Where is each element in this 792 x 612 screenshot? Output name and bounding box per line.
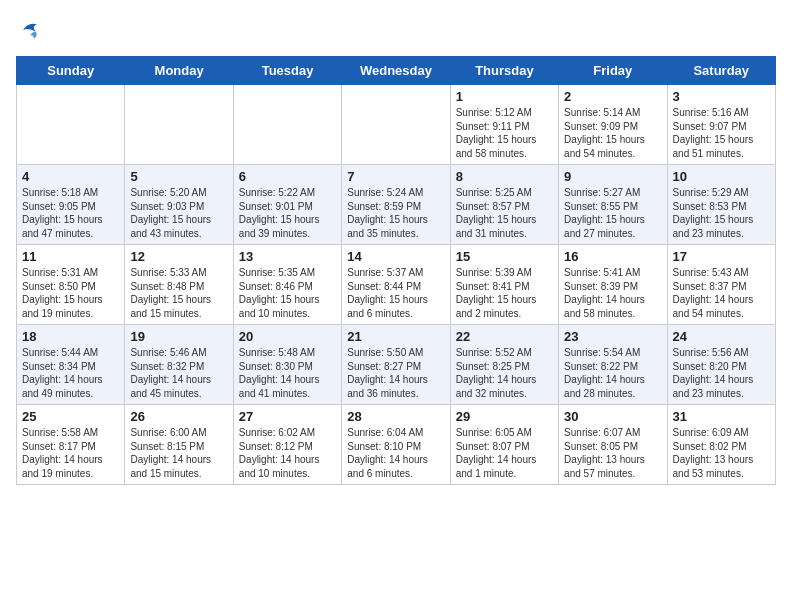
day-info: Sunrise: 5:31 AMSunset: 8:50 PMDaylight:… [22, 266, 119, 320]
calendar-cell: 22Sunrise: 5:52 AMSunset: 8:25 PMDayligh… [450, 325, 558, 405]
calendar-cell: 10Sunrise: 5:29 AMSunset: 8:53 PMDayligh… [667, 165, 775, 245]
day-number: 17 [673, 249, 770, 264]
day-number: 18 [22, 329, 119, 344]
calendar-cell: 1Sunrise: 5:12 AMSunset: 9:11 PMDaylight… [450, 85, 558, 165]
calendar-cell: 14Sunrise: 5:37 AMSunset: 8:44 PMDayligh… [342, 245, 450, 325]
day-number: 26 [130, 409, 227, 424]
column-header-friday: Friday [559, 57, 667, 85]
day-info: Sunrise: 5:56 AMSunset: 8:20 PMDaylight:… [673, 346, 770, 400]
day-info: Sunrise: 5:12 AMSunset: 9:11 PMDaylight:… [456, 106, 553, 160]
day-number: 19 [130, 329, 227, 344]
calendar-cell: 15Sunrise: 5:39 AMSunset: 8:41 PMDayligh… [450, 245, 558, 325]
day-number: 20 [239, 329, 336, 344]
calendar-cell: 20Sunrise: 5:48 AMSunset: 8:30 PMDayligh… [233, 325, 341, 405]
calendar-cell: 25Sunrise: 5:58 AMSunset: 8:17 PMDayligh… [17, 405, 125, 485]
column-header-wednesday: Wednesday [342, 57, 450, 85]
day-number: 4 [22, 169, 119, 184]
calendar-cell: 19Sunrise: 5:46 AMSunset: 8:32 PMDayligh… [125, 325, 233, 405]
day-number: 27 [239, 409, 336, 424]
calendar-cell: 27Sunrise: 6:02 AMSunset: 8:12 PMDayligh… [233, 405, 341, 485]
day-info: Sunrise: 5:35 AMSunset: 8:46 PMDaylight:… [239, 266, 336, 320]
calendar-cell: 16Sunrise: 5:41 AMSunset: 8:39 PMDayligh… [559, 245, 667, 325]
day-info: Sunrise: 5:48 AMSunset: 8:30 PMDaylight:… [239, 346, 336, 400]
day-info: Sunrise: 6:05 AMSunset: 8:07 PMDaylight:… [456, 426, 553, 480]
day-info: Sunrise: 5:24 AMSunset: 8:59 PMDaylight:… [347, 186, 444, 240]
day-number: 1 [456, 89, 553, 104]
day-number: 2 [564, 89, 661, 104]
day-number: 8 [456, 169, 553, 184]
calendar-table: SundayMondayTuesdayWednesdayThursdayFrid… [16, 56, 776, 485]
day-number: 16 [564, 249, 661, 264]
calendar-cell: 18Sunrise: 5:44 AMSunset: 8:34 PMDayligh… [17, 325, 125, 405]
logo-icon [16, 16, 44, 44]
day-number: 30 [564, 409, 661, 424]
calendar-cell: 30Sunrise: 6:07 AMSunset: 8:05 PMDayligh… [559, 405, 667, 485]
calendar-cell: 23Sunrise: 5:54 AMSunset: 8:22 PMDayligh… [559, 325, 667, 405]
day-number: 5 [130, 169, 227, 184]
day-number: 15 [456, 249, 553, 264]
day-info: Sunrise: 5:18 AMSunset: 9:05 PMDaylight:… [22, 186, 119, 240]
calendar-cell: 8Sunrise: 5:25 AMSunset: 8:57 PMDaylight… [450, 165, 558, 245]
calendar-cell: 5Sunrise: 5:20 AMSunset: 9:03 PMDaylight… [125, 165, 233, 245]
column-header-monday: Monday [125, 57, 233, 85]
calendar-cell: 17Sunrise: 5:43 AMSunset: 8:37 PMDayligh… [667, 245, 775, 325]
column-header-tuesday: Tuesday [233, 57, 341, 85]
calendar-cell: 9Sunrise: 5:27 AMSunset: 8:55 PMDaylight… [559, 165, 667, 245]
calendar-cell: 2Sunrise: 5:14 AMSunset: 9:09 PMDaylight… [559, 85, 667, 165]
day-number: 11 [22, 249, 119, 264]
logo [16, 16, 48, 44]
day-info: Sunrise: 5:25 AMSunset: 8:57 PMDaylight:… [456, 186, 553, 240]
calendar-cell: 4Sunrise: 5:18 AMSunset: 9:05 PMDaylight… [17, 165, 125, 245]
day-info: Sunrise: 5:58 AMSunset: 8:17 PMDaylight:… [22, 426, 119, 480]
calendar-cell: 24Sunrise: 5:56 AMSunset: 8:20 PMDayligh… [667, 325, 775, 405]
day-number: 12 [130, 249, 227, 264]
day-info: Sunrise: 5:37 AMSunset: 8:44 PMDaylight:… [347, 266, 444, 320]
calendar-cell [233, 85, 341, 165]
day-number: 21 [347, 329, 444, 344]
day-number: 25 [22, 409, 119, 424]
calendar-cell: 28Sunrise: 6:04 AMSunset: 8:10 PMDayligh… [342, 405, 450, 485]
day-info: Sunrise: 5:14 AMSunset: 9:09 PMDaylight:… [564, 106, 661, 160]
day-info: Sunrise: 5:46 AMSunset: 8:32 PMDaylight:… [130, 346, 227, 400]
day-number: 6 [239, 169, 336, 184]
day-number: 28 [347, 409, 444, 424]
calendar-cell: 6Sunrise: 5:22 AMSunset: 9:01 PMDaylight… [233, 165, 341, 245]
day-info: Sunrise: 6:09 AMSunset: 8:02 PMDaylight:… [673, 426, 770, 480]
day-info: Sunrise: 5:50 AMSunset: 8:27 PMDaylight:… [347, 346, 444, 400]
calendar-cell: 3Sunrise: 5:16 AMSunset: 9:07 PMDaylight… [667, 85, 775, 165]
day-number: 29 [456, 409, 553, 424]
day-info: Sunrise: 5:54 AMSunset: 8:22 PMDaylight:… [564, 346, 661, 400]
column-header-saturday: Saturday [667, 57, 775, 85]
day-number: 9 [564, 169, 661, 184]
day-info: Sunrise: 6:04 AMSunset: 8:10 PMDaylight:… [347, 426, 444, 480]
day-number: 7 [347, 169, 444, 184]
calendar-cell: 21Sunrise: 5:50 AMSunset: 8:27 PMDayligh… [342, 325, 450, 405]
day-number: 13 [239, 249, 336, 264]
day-info: Sunrise: 5:33 AMSunset: 8:48 PMDaylight:… [130, 266, 227, 320]
day-info: Sunrise: 5:52 AMSunset: 8:25 PMDaylight:… [456, 346, 553, 400]
day-info: Sunrise: 6:00 AMSunset: 8:15 PMDaylight:… [130, 426, 227, 480]
day-info: Sunrise: 5:20 AMSunset: 9:03 PMDaylight:… [130, 186, 227, 240]
day-info: Sunrise: 5:44 AMSunset: 8:34 PMDaylight:… [22, 346, 119, 400]
day-info: Sunrise: 5:43 AMSunset: 8:37 PMDaylight:… [673, 266, 770, 320]
day-info: Sunrise: 6:02 AMSunset: 8:12 PMDaylight:… [239, 426, 336, 480]
day-info: Sunrise: 5:29 AMSunset: 8:53 PMDaylight:… [673, 186, 770, 240]
day-number: 23 [564, 329, 661, 344]
calendar-cell [17, 85, 125, 165]
day-number: 22 [456, 329, 553, 344]
calendar-cell: 26Sunrise: 6:00 AMSunset: 8:15 PMDayligh… [125, 405, 233, 485]
day-info: Sunrise: 5:39 AMSunset: 8:41 PMDaylight:… [456, 266, 553, 320]
calendar-cell: 31Sunrise: 6:09 AMSunset: 8:02 PMDayligh… [667, 405, 775, 485]
day-info: Sunrise: 5:27 AMSunset: 8:55 PMDaylight:… [564, 186, 661, 240]
page-header [16, 16, 776, 44]
calendar-cell: 7Sunrise: 5:24 AMSunset: 8:59 PMDaylight… [342, 165, 450, 245]
column-header-sunday: Sunday [17, 57, 125, 85]
day-number: 10 [673, 169, 770, 184]
day-number: 3 [673, 89, 770, 104]
day-info: Sunrise: 6:07 AMSunset: 8:05 PMDaylight:… [564, 426, 661, 480]
calendar-cell [342, 85, 450, 165]
day-info: Sunrise: 5:16 AMSunset: 9:07 PMDaylight:… [673, 106, 770, 160]
day-number: 24 [673, 329, 770, 344]
day-number: 31 [673, 409, 770, 424]
day-info: Sunrise: 5:41 AMSunset: 8:39 PMDaylight:… [564, 266, 661, 320]
